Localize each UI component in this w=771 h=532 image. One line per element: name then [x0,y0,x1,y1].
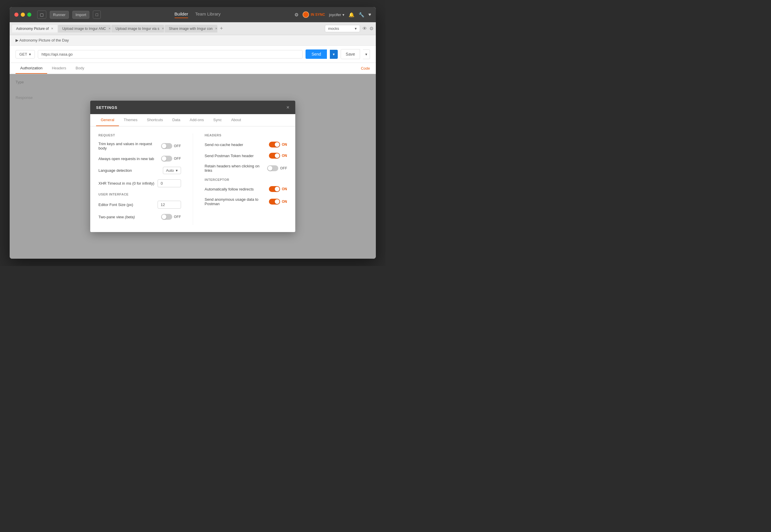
request-bar: GET ▾ Send ▾ Save ▾ [10,46,376,63]
nocache-toggle[interactable]: ON [269,142,287,147]
builder-tab[interactable]: Builder [174,11,188,18]
trim-toggle-thumb [162,144,166,148]
twopane-toggle-track[interactable] [161,214,172,220]
followredirects-toggle-track[interactable] [269,186,280,192]
minimize-traffic-light[interactable] [21,13,25,17]
nocache-toggle-track[interactable] [269,142,280,147]
tab-label: Astronomy Picture of [16,27,49,31]
close-traffic-light[interactable] [14,13,18,17]
titlebar-right: ⚙ IN SYNC joycifer ▾ 🔔 🔧 ♥ [294,11,371,18]
import-button[interactable]: Import [72,11,90,19]
save-button[interactable]: Save [341,49,360,59]
postmantoken-toggle-thumb [275,153,280,158]
newtab-label: Always open requests in new tab [98,157,154,161]
gear-icon[interactable]: ⚙ [294,12,299,18]
language-select[interactable]: Auto ▾ [163,167,181,174]
mocks-dropdown[interactable]: mocks ▾ [325,25,360,32]
newtab-toggle-label: OFF [174,157,181,161]
postmantoken-toggle-track[interactable] [269,153,280,159]
tab-label: Share image with Imgur con [169,27,213,31]
close-icon[interactable]: ✕ [108,27,111,30]
newtab-toggle-track[interactable] [161,156,172,162]
save-dropdown-button[interactable]: ▾ [363,49,370,59]
chevron-down-icon: ▾ [176,168,178,173]
maximize-traffic-light[interactable] [27,13,31,17]
modal-tab-data[interactable]: Data [167,114,185,126]
wrench-icon[interactable]: 🔧 [359,12,364,18]
modal-tab-about[interactable]: About [227,114,246,126]
user-menu-button[interactable]: joycifer ▾ [329,13,344,17]
send-dropdown-button[interactable]: ▾ [330,50,338,59]
method-select[interactable]: GET ▾ [16,50,35,59]
trim-toggle-label: OFF [174,144,181,148]
settings-icon[interactable]: ⚙ [369,26,374,31]
settings-row-postmantoken: Send Postman Token header ON [205,153,287,159]
subtab-headers[interactable]: Headers [47,63,71,74]
nocache-label: Send no-cache header [205,143,244,147]
tab-share[interactable]: Share image with Imgur con ✕ [164,25,218,32]
newtab-toggle-thumb [162,156,166,161]
chevron-down-icon: ▾ [342,13,345,17]
xhr-input[interactable] [157,179,181,187]
subtab-body[interactable]: Body [71,63,89,74]
tab-upload-anc[interactable]: Upload image to Imgur ANC ✕ [58,25,111,32]
breadcrumb-text[interactable]: ▶ Astronomy Picture of the Day [16,38,69,42]
add-tab-button[interactable]: + [218,25,225,32]
send-button[interactable]: Send [306,49,327,59]
modal-tab-themes[interactable]: Themes [119,114,142,126]
main-content: Type Response SETTINGS × General Themes … [10,74,376,259]
modal-overlay[interactable]: SETTINGS × General Themes Shortcuts Data… [10,74,376,259]
url-input[interactable] [38,50,303,59]
runner-button[interactable]: Runner [50,11,69,19]
newtab-toggle[interactable]: OFF [161,156,181,162]
retainheaders-toggle[interactable]: OFF [267,165,287,171]
subtab-authorization[interactable]: Authorization [16,63,47,74]
modal-header: SETTINGS × [90,101,295,114]
modal-tab-sync[interactable]: Sync [209,114,227,126]
twopane-toggle[interactable]: OFF [161,214,181,220]
settings-right-col: HEADERS Send no-cache header ON [205,133,287,225]
sidebar-toggle-button[interactable]: ▢ [37,11,46,19]
anonymousdata-toggle[interactable]: ON [269,199,287,205]
close-icon[interactable]: ✕ [215,27,218,30]
modal-tab-shortcuts[interactable]: Shortcuts [142,114,167,126]
nocache-toggle-thumb [275,142,280,147]
heart-icon[interactable]: ♥ [369,12,371,17]
settings-row-newtab: Always open requests in new tab OFF [98,156,181,162]
fontsize-input[interactable] [157,201,181,209]
trim-label: Trim keys and values in request body [98,142,161,150]
close-icon[interactable]: ✕ [162,27,164,30]
settings-row-fontsize: Editor Font Size (px) [98,201,181,209]
titlebar: ▢ Runner Import □ Builder Team Library ⚙… [10,7,376,22]
tab-astronomy[interactable]: Astronomy Picture of ✕ [12,25,57,32]
tabs-bar: Astronomy Picture of ✕ Upload image to I… [10,22,376,35]
eye-icon[interactable]: 👁 [362,26,367,31]
bell-icon[interactable]: 🔔 [349,12,354,18]
retainheaders-toggle-thumb [268,166,273,171]
followredirects-toggle[interactable]: ON [269,186,287,192]
settings-row-retainheaders: Retain headers when clicking on links OF… [205,164,287,173]
settings-row-xhr: XHR Timeout in ms (0 for infinity) [98,179,181,187]
settings-row-twopane: Two-pane view (beta) OFF [98,214,181,220]
trim-toggle[interactable]: OFF [161,143,181,149]
settings-left-col: REQUEST Trim keys and values in request … [98,133,181,225]
modal-title: SETTINGS [96,105,117,110]
new-tab-icon-button[interactable]: □ [93,11,100,19]
tab-label: Upload image to Imgur via s [115,27,159,31]
settings-row-trim: Trim keys and values in request body OFF [98,142,181,150]
trim-toggle-track[interactable] [161,143,172,149]
anonymousdata-toggle-thumb [275,199,280,204]
modal-tab-addons[interactable]: Add-ons [185,114,209,126]
code-link[interactable]: Code [361,66,370,71]
request-subtabs: Authorization Headers Body Code [10,63,376,74]
tab-upload-via[interactable]: Upload image to Imgur via s ✕ [111,25,164,32]
postmantoken-toggle[interactable]: ON [269,153,287,159]
traffic-lights [14,13,31,17]
retainheaders-toggle-track[interactable] [267,165,278,171]
modal-tab-general[interactable]: General [96,114,119,126]
team-library-tab[interactable]: Team Library [195,11,221,18]
anonymousdata-toggle-track[interactable] [269,199,280,205]
close-icon[interactable]: ✕ [51,27,53,30]
settings-row-nocache: Send no-cache header ON [205,142,287,147]
modal-close-button[interactable]: × [286,105,290,110]
